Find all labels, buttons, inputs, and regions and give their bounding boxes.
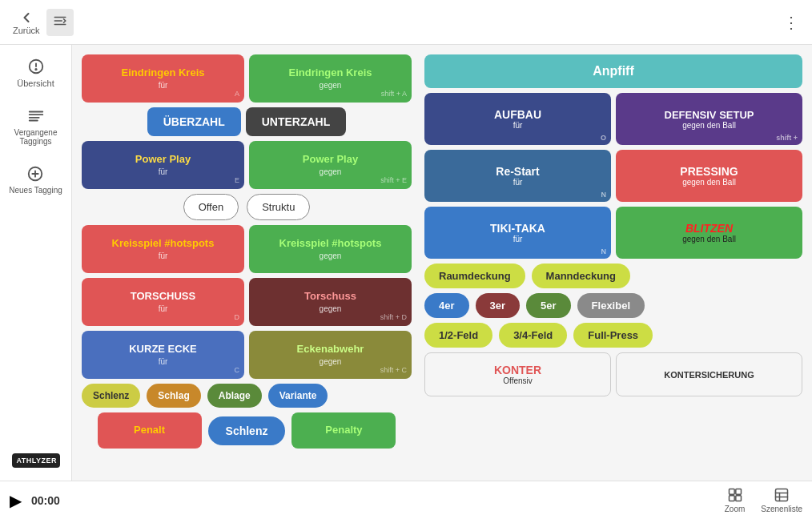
ablage-pill-button[interactable]: Ablage (207, 384, 262, 408)
drei-er-button[interactable]: 3er (476, 293, 521, 318)
zoom-label: Zoom (725, 505, 746, 513)
aufbau-button[interactable]: AUFBAU für O (424, 93, 611, 145)
schlag-pill-button[interactable]: Schlag (147, 384, 200, 408)
field-row: 1/2-Feld 3/4-Feld Full-Press (424, 323, 802, 348)
tiki-row: TIKI-TAKA für N BLITZEN gegen den Ball (424, 207, 802, 259)
tiki-taka-button[interactable]: TIKI-TAKA für N (424, 207, 611, 259)
bottom-bar: ▶ 00:00 Zoom Szenenliste (0, 481, 812, 519)
numbers-row: 4er 3er 5er Flexibel (424, 293, 802, 318)
pills-row: Schlenz Schlag Ablage Variante (82, 384, 412, 408)
raumdeckung-button[interactable]: Raumdeckung (424, 264, 525, 288)
restart-button[interactable]: Re-Start für N (424, 150, 611, 202)
konter-row: KONTER Offensiv KONTERSICHERUNG (424, 352, 802, 396)
szenenliste-button[interactable]: Szenenliste (761, 487, 802, 513)
variante-pill-button[interactable]: Variante (268, 384, 328, 408)
torschuss-gegen-button[interactable]: Torschuss gegen shift + D (249, 278, 412, 326)
back-button[interactable]: Zurück (13, 10, 40, 35)
manndeckung-button[interactable]: Manndeckung (532, 264, 630, 288)
svg-rect-15 (729, 496, 734, 501)
sidebar: Übersicht Vergangene Taggings Neues Tagg… (0, 45, 72, 481)
torschuss-fuer-button[interactable]: TORSCHUSS für D (82, 278, 244, 326)
powerplay-row: Power Play für E Power Play gegen shift … (82, 141, 412, 189)
main-area: Übersicht Vergangene Taggings Neues Tagg… (0, 45, 812, 481)
anpfiff-button[interactable]: Anpfiff (424, 54, 802, 88)
content-area: Eindringen Kreis für A Eindringen Kreis … (72, 45, 812, 481)
powerplay-fuer-button[interactable]: Power Play für E (82, 141, 244, 189)
svg-rect-17 (776, 489, 788, 501)
bottom-tools: Zoom Szenenliste (725, 487, 802, 513)
more-options-button[interactable]: ⋮ (783, 13, 799, 32)
eindringen-gegen-button[interactable]: Eindringen Kreis gegen shift + A (249, 54, 412, 103)
defensiv-setup-button[interactable]: DEFENSIV SETUP gegen den Ball shift + (616, 93, 802, 145)
aufbau-row: AUFBAU für O DEFENSIV SETUP gegen den Ba… (424, 93, 802, 145)
penalty-button[interactable]: Penalty (291, 412, 396, 449)
kontersicherung-button[interactable]: KONTERSICHERUNG (616, 352, 802, 396)
half-field-button[interactable]: 1/2-Feld (424, 323, 492, 348)
eindringen-fuer-button[interactable]: Eindringen Kreis für A (82, 54, 244, 103)
penalty-row: Penalt Schlenz Penalty (82, 412, 412, 449)
powerplay-gegen-button[interactable]: Power Play gegen shift + E (249, 141, 412, 189)
kreisspiel-row: Kreisspiel #hotspots für Kreisspiel #hot… (82, 225, 412, 273)
schlenz-center-button[interactable]: Schlenz (208, 416, 286, 445)
svg-rect-13 (729, 489, 734, 495)
kurze-ecke-fuer-button[interactable]: KURZE ECKE für C (82, 331, 244, 379)
sidebar-item-overview[interactable]: Übersicht (17, 58, 54, 88)
offen-row: Offen Struktu (82, 194, 412, 220)
top-bar: Zurück ⋮ (0, 0, 812, 45)
pressing-button[interactable]: PRESSING gegen den Ball (616, 150, 802, 202)
vier-er-button[interactable]: 4er (424, 293, 469, 318)
left-panel: Eindringen Kreis für A Eindringen Kreis … (82, 54, 418, 471)
torschuss-row: TORSCHUSS für D Torschuss gegen shift + … (82, 278, 412, 326)
unterzahl-button[interactable]: UNTERZAHL (246, 107, 347, 136)
time-display: 00:00 (31, 494, 60, 507)
kreisspiel-gegen-button[interactable]: Kreisspiel #hotspots gegen (249, 225, 412, 273)
fuenf-er-button[interactable]: 5er (526, 293, 571, 318)
top-bar-left: Zurück (13, 9, 74, 36)
blitzen-button[interactable]: BLITZEN gegen den Ball (616, 207, 802, 259)
svg-rect-14 (735, 489, 741, 495)
sidebar-item-new[interactable]: Neues Tagging (9, 165, 62, 195)
sidebar-history-label: Vergangene Taggings (0, 128, 71, 146)
logo-text: ATHLYZER (12, 453, 60, 468)
ueberzahl-row: ÜBERZAHL UNTERZAHL (82, 107, 412, 136)
penalt-button[interactable]: Penalt (98, 412, 202, 449)
full-press-button[interactable]: Full-Press (573, 323, 653, 348)
sidebar-logo: ATHLYZER (12, 453, 60, 468)
menu-collapse-button[interactable] (46, 9, 74, 36)
ueberzahl-button[interactable]: ÜBERZAHL (147, 107, 241, 136)
szenenliste-label: Szenenliste (761, 505, 802, 513)
kurze-ecke-row: KURZE ECKE für C Eckenabwehr gegen shift… (82, 331, 412, 379)
eindringen-row: Eindringen Kreis für A Eindringen Kreis … (82, 54, 412, 103)
konter-button[interactable]: KONTER Offensiv (424, 352, 611, 396)
zoom-button[interactable]: Zoom (725, 487, 746, 513)
svg-rect-16 (735, 496, 741, 501)
flexibel-button[interactable]: Flexibel (577, 293, 645, 318)
sidebar-new-label: Neues Tagging (9, 186, 62, 195)
right-panel: Anpfiff AUFBAU für O DEFENSIV SETUP gege… (418, 54, 802, 471)
deckung-row: Raumdeckung Manndeckung (424, 264, 802, 288)
struktu-button[interactable]: Struktu (247, 194, 310, 220)
play-button[interactable]: ▶ (10, 491, 22, 510)
kreisspiel-fuer-button[interactable]: Kreisspiel #hotspots für (82, 225, 244, 273)
offen-button[interactable]: Offen (183, 194, 239, 220)
svg-point-5 (35, 69, 36, 70)
restart-row: Re-Start für N PRESSING gegen den Ball (424, 150, 802, 202)
eckenabwehr-gegen-button[interactable]: Eckenabwehr gegen shift + C (249, 331, 412, 379)
schlenz-pill-button[interactable]: Schlenz (82, 384, 140, 408)
sidebar-overview-label: Übersicht (17, 78, 54, 88)
three-quarter-field-button[interactable]: 3/4-Feld (499, 323, 567, 348)
sidebar-item-history[interactable]: Vergangene Taggings (0, 107, 71, 146)
